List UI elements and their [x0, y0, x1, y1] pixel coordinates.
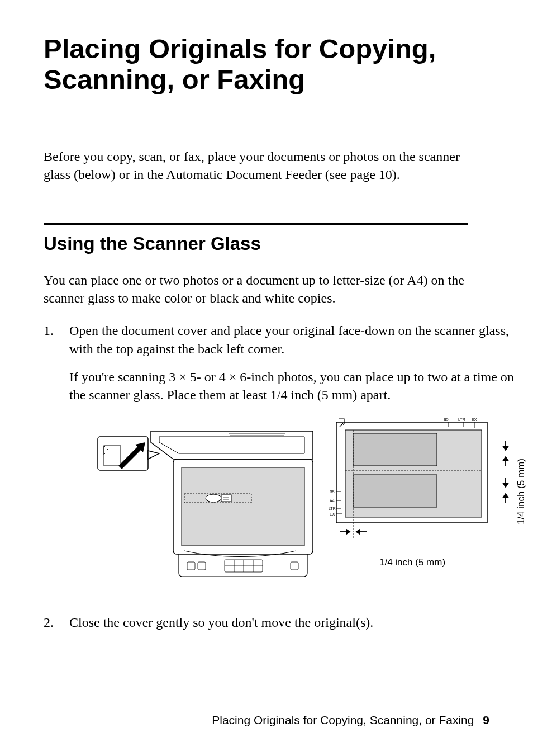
- step-2: 2. Close the cover gently so you don't m…: [44, 613, 489, 641]
- step-number: 1.: [44, 322, 69, 603]
- section-intro: You can place one or two photos or a doc…: [44, 271, 489, 308]
- svg-rect-10: [182, 467, 304, 546]
- figure-printer: [95, 414, 318, 587]
- svg-rect-13: [221, 495, 231, 502]
- step-1: 1. Open the document cover and place you…: [44, 322, 489, 603]
- page-number: 9: [483, 714, 489, 726]
- svg-point-12: [206, 494, 221, 502]
- svg-text:A4: A4: [330, 499, 335, 503]
- figure-gap-label-bottom: 1/4 inch (5 mm): [329, 556, 496, 569]
- step-1-para-1: Open the document cover and place your o…: [69, 322, 528, 358]
- svg-text:EX: EX: [330, 512, 335, 516]
- figure-gap-label-side: 1/4 inch (5 mm): [515, 459, 528, 525]
- step-1-para-2: If you're scanning 3 × 5- or 4 × 6-inch …: [69, 368, 528, 404]
- step-number: 2.: [44, 613, 69, 641]
- page-footer: Placing Originals for Copying, Scanning,…: [212, 714, 489, 727]
- page-title: Placing Originals for Copying, Scanning,…: [44, 34, 489, 95]
- svg-rect-8: [291, 562, 298, 570]
- svg-text:LTR: LTR: [329, 507, 336, 511]
- svg-rect-1: [187, 562, 195, 570]
- figure-area: B5 LTR EX B5: [95, 414, 528, 587]
- svg-rect-33: [353, 475, 437, 507]
- intro-paragraph: Before you copy, scan, or fax, place you…: [44, 148, 489, 184]
- step-2-para-1: Close the cover gently so you don't move…: [69, 613, 489, 631]
- svg-rect-2: [198, 562, 206, 570]
- figure-scanner-glass: B5 LTR EX B5: [329, 414, 496, 569]
- footer-text: Placing Originals for Copying, Scanning,…: [212, 714, 474, 726]
- section-divider: [44, 223, 468, 225]
- svg-text:EX: EX: [472, 418, 477, 422]
- svg-text:B5: B5: [330, 490, 335, 494]
- section-heading: Using the Scanner Glass: [44, 233, 489, 254]
- figure-vertical-arrows: [499, 433, 512, 550]
- svg-text:B5: B5: [444, 418, 449, 422]
- svg-rect-32: [353, 433, 437, 466]
- svg-text:LTR: LTR: [458, 418, 465, 422]
